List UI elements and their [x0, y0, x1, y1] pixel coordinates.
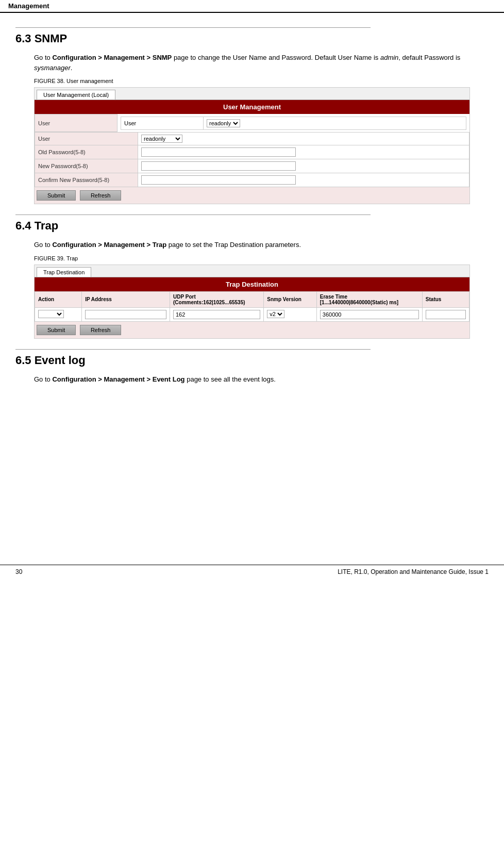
trap-body-text: Go to Configuration > Management > Trap … — [34, 240, 489, 250]
table-row-new-password: New Password(5-8) — [35, 159, 469, 173]
section-divider-snmp — [15, 27, 371, 28]
snmp-tab-bar: User Management (Local) — [35, 88, 469, 100]
confirm-password-value — [138, 173, 469, 187]
snmp-body-text: Go to Configuration > Management > SNMP … — [34, 53, 489, 73]
table-row-confirm-password: Confirm New Password(5-8) — [35, 173, 469, 187]
trap-button-row: Submit Refresh — [35, 322, 469, 338]
old-password-value — [138, 145, 469, 159]
header-title: Management — [8, 2, 49, 10]
table-row-user: User readonly admin — [35, 133, 469, 145]
table-row: User User readonly admin — [35, 114, 470, 132]
action-select[interactable]: Add Delete — [38, 310, 64, 318]
user-select[interactable]: readonly admin — [207, 119, 240, 127]
action-cell: Add Delete — [35, 307, 82, 321]
snmp-submit-button[interactable]: Submit — [37, 190, 76, 201]
snmp-table: User User readonly admin — [35, 114, 469, 132]
user-field-value: readonly admin — [138, 133, 469, 145]
trap-data-row: Add Delete v2 v1 — [35, 307, 469, 321]
page-footer: 30 LITE, R1.0, Operation and Maintenance… — [0, 565, 504, 579]
col-erase: Erase Time[1...1440000|8640000(Static) m… — [316, 291, 422, 307]
col-status-label: Status — [426, 296, 442, 302]
figure-39-caption: Trap — [66, 255, 78, 261]
trap-submit-button[interactable]: Submit — [37, 325, 76, 335]
trap-table: Action IP Address UDP Port(Comments:162|… — [35, 291, 469, 322]
confirm-password-label: Confirm New Password(5-8) — [35, 173, 138, 187]
page-header: Management — [0, 0, 504, 13]
col-snmp: Snmp Version — [264, 291, 317, 307]
new-password-label: New Password(5-8) — [35, 159, 138, 173]
figure-39-label: FIGURE 39. Trap — [34, 255, 489, 261]
snmp-button-row: Submit Refresh — [35, 187, 469, 204]
udp-cell — [170, 307, 264, 321]
status-cell — [422, 307, 469, 321]
section-heading-snmp: 6.3 SNMP — [15, 32, 489, 45]
footer-document-title: LITE, R1.0, Operation and Maintenance Gu… — [338, 568, 489, 575]
old-password-input[interactable] — [141, 147, 296, 157]
new-password-input[interactable] — [141, 161, 296, 171]
snmp-form-table: User readonly admin Old Password(5-8) — [35, 132, 469, 187]
trap-destination-tab[interactable]: Trap Destination — [37, 267, 91, 277]
section-divider-eventlog — [15, 349, 371, 350]
eventlog-body-text: Go to Configuration > Management > Event… — [34, 374, 489, 385]
ip-cell — [82, 307, 170, 321]
col-snmp-label: Snmp Version — [267, 296, 301, 302]
section-divider-trap — [15, 215, 371, 215]
trap-header-row: Action IP Address UDP Port(Comments:162|… — [35, 291, 469, 307]
new-password-value — [138, 159, 469, 173]
col-ip-label: IP Address — [85, 296, 112, 302]
trap-tab-bar: Trap Destination — [35, 265, 469, 277]
user-value-cell: User readonly admin — [117, 114, 469, 132]
ip-address-input[interactable] — [85, 310, 166, 319]
user-field-label: User — [35, 133, 138, 145]
snmp-version-cell: v2 v1 — [264, 307, 317, 321]
trap-ui-frame: Trap Destination Trap Destination Action… — [34, 265, 470, 339]
status-input[interactable] — [426, 310, 466, 319]
snmp-version-select[interactable]: v2 v1 — [267, 310, 284, 318]
erase-time-cell — [316, 307, 422, 321]
col-udp-label: UDP Port(Comments:162|1025...65535) — [173, 294, 245, 305]
erase-time-input[interactable] — [320, 310, 419, 319]
old-password-label: Old Password(5-8) — [35, 145, 138, 159]
user-management-tab[interactable]: User Management (Local) — [37, 90, 115, 100]
snmp-refresh-button[interactable]: Refresh — [80, 190, 122, 201]
col-erase-label: Erase Time[1...1440000|8640000(Static) m… — [320, 294, 398, 305]
trap-red-header: Trap Destination — [35, 277, 469, 291]
footer-spacer — [15, 389, 489, 544]
table-row-old-password: Old Password(5-8) — [35, 145, 469, 159]
snmp-red-header: User Management — [35, 100, 469, 114]
confirm-password-input[interactable] — [141, 175, 296, 185]
footer-page-number: 30 — [15, 568, 22, 575]
section-heading-trap: 6.4 Trap — [15, 219, 489, 233]
figure-38-caption: User management — [66, 78, 113, 84]
col-action-label: Action — [38, 296, 54, 302]
col-udp: UDP Port(Comments:162|1025...65535) — [170, 291, 264, 307]
col-ip: IP Address — [82, 291, 170, 307]
user-label: User — [35, 114, 117, 132]
snmp-ui-frame: User Management (Local) User Management … — [34, 87, 470, 204]
figure-38-label: FIGURE 38. User management — [34, 78, 489, 84]
user-role-select[interactable]: readonly admin — [141, 135, 182, 143]
main-content: 6.3 SNMP Go to Configuration > Managemen… — [0, 13, 504, 565]
col-action: Action — [35, 291, 82, 307]
trap-refresh-button[interactable]: Refresh — [80, 325, 122, 335]
section-heading-eventlog: 6.5 Event log — [15, 354, 489, 367]
col-status: Status — [422, 291, 469, 307]
udp-port-input[interactable] — [173, 310, 260, 319]
